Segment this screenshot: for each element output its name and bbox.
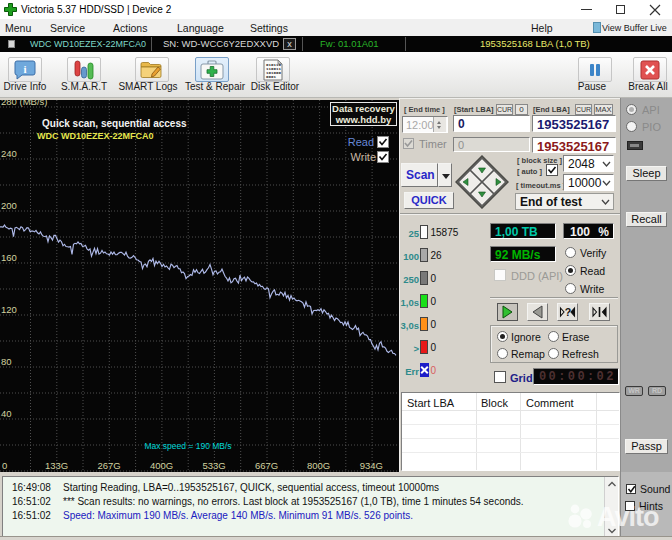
svg-text:WDC WD10EZEX-22MFCA0: WDC WD10EZEX-22MFCA0: [37, 131, 154, 141]
svg-text:?: ?: [565, 306, 571, 318]
svg-text:0: 0: [2, 460, 7, 471]
svg-text:Read: Read: [348, 136, 374, 148]
svg-text:800G: 800G: [307, 460, 330, 471]
svg-text:80: 80: [1, 356, 12, 367]
svg-text:160: 160: [1, 252, 17, 263]
svg-text:www.hdd.by: www.hdd.by: [335, 114, 392, 125]
svg-text:667G: 667G: [255, 460, 278, 471]
svg-text:400G: 400G: [150, 460, 173, 471]
svg-text:Quick scan, sequential access: Quick scan, sequential access: [42, 118, 187, 129]
svg-text:200: 200: [1, 200, 17, 211]
svg-text:0001: 0001: [266, 75, 277, 79]
svg-text:40: 40: [1, 408, 12, 419]
svg-text:Max speed = 190 MB/s: Max speed = 190 MB/s: [144, 441, 231, 451]
svg-text:120: 120: [1, 304, 17, 315]
svg-text:133G: 133G: [45, 460, 68, 471]
svg-text:Data recovery: Data recovery: [332, 103, 396, 114]
svg-text:533G: 533G: [202, 460, 225, 471]
svg-text:Write: Write: [351, 151, 376, 163]
svg-text:934G: 934G: [360, 460, 383, 471]
svg-text:i: i: [23, 62, 26, 74]
svg-text:240: 240: [1, 148, 17, 159]
svg-text:280 (MB/s): 280 (MB/s): [1, 100, 47, 107]
svg-text:267G: 267G: [97, 460, 120, 471]
